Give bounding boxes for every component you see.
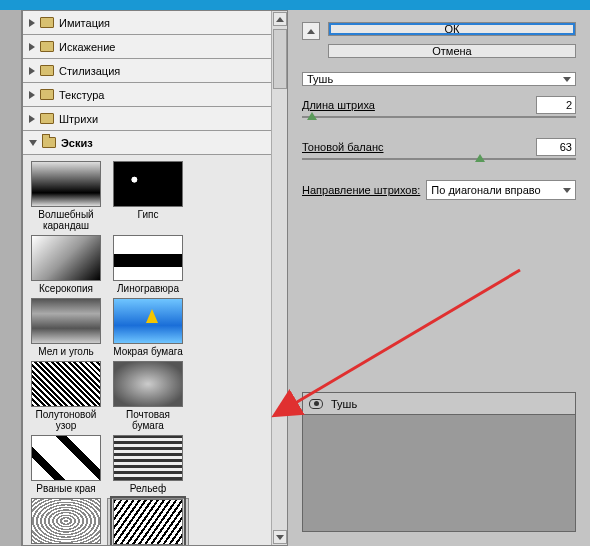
thumb-preview	[31, 298, 101, 344]
category-label: Искажение	[59, 41, 115, 53]
vertical-scrollbar[interactable]	[271, 11, 287, 545]
thumb-preview	[31, 361, 101, 407]
thumb-preview	[113, 298, 183, 344]
layer-name: Тушь	[331, 398, 357, 410]
ok-button[interactable]: ОК	[328, 22, 576, 36]
slider-thumb-icon[interactable]	[475, 154, 485, 162]
thumb-item[interactable]: Линогравюра	[107, 235, 189, 294]
thumb-item[interactable]: Волшебный карандаш	[25, 161, 107, 231]
thumb-item[interactable]: Рельеф	[107, 435, 189, 494]
category-stylize[interactable]: Стилизация	[23, 59, 271, 83]
stroke-length-label: Длина штриха	[302, 99, 375, 111]
chevron-down-icon	[563, 188, 571, 193]
category-label: Штрихи	[59, 113, 98, 125]
thumb-label: Волшебный карандаш	[27, 209, 105, 231]
thumb-item[interactable]: Ксерокопия	[25, 235, 107, 294]
chevron-right-icon	[29, 67, 35, 75]
chevron-right-icon	[29, 43, 35, 51]
category-imitation[interactable]: Имитация	[23, 11, 271, 35]
filter-select[interactable]: Тушь	[302, 72, 576, 86]
thumb-item[interactable]: Мокрая бумага	[107, 298, 189, 357]
chevron-down-icon	[29, 140, 37, 146]
category-distort[interactable]: Искажение	[23, 35, 271, 59]
category-strokes[interactable]: Штрихи	[23, 107, 271, 131]
thumb-preview	[113, 361, 183, 407]
thumbnails-area: Волшебный карандаш Гипс Ксерокопия Линог…	[23, 155, 271, 545]
collapse-toggle[interactable]	[302, 22, 320, 40]
scroll-up-icon[interactable]	[273, 12, 287, 26]
category-list: Имитация Искажение Стилизация	[23, 11, 271, 155]
scroll-thumb[interactable]	[273, 29, 287, 89]
category-label: Текстура	[59, 89, 104, 101]
chevron-right-icon	[29, 115, 35, 123]
tone-balance-input[interactable]: 63	[536, 138, 576, 156]
folder-icon	[40, 113, 54, 124]
direction-value: По диагонали вправо	[431, 184, 540, 196]
thumb-item-selected[interactable]: Тушь	[107, 498, 189, 545]
category-sketch[interactable]: Эскиз	[23, 131, 271, 155]
category-label: Имитация	[59, 17, 110, 29]
thumb-label: Гипс	[138, 209, 159, 220]
filter-select-value: Тушь	[307, 73, 333, 85]
thumb-item[interactable]: Гипс	[107, 161, 189, 231]
thumb-preview	[31, 161, 101, 207]
slider-thumb-icon[interactable]	[307, 112, 317, 120]
folder-icon	[40, 89, 54, 100]
thumb-preview	[113, 235, 183, 281]
chevron-down-icon	[563, 77, 571, 82]
folder-icon	[40, 65, 54, 76]
settings-panel: ОК Отмена Тушь Длина штриха 2	[288, 10, 590, 546]
category-texture[interactable]: Текстура	[23, 83, 271, 107]
thumb-label: Мел и уголь	[38, 346, 93, 357]
thumb-label: Рваные края	[36, 483, 95, 494]
thumb-item[interactable]: Полутоновой узор	[25, 361, 107, 431]
thumb-item[interactable]: Почтовая бумага	[107, 361, 189, 431]
left-gutter	[0, 10, 22, 546]
thumb-preview	[31, 498, 101, 544]
thumb-preview	[113, 435, 183, 481]
folder-icon	[40, 17, 54, 28]
tone-balance-label: Тоновой баланс	[302, 141, 384, 153]
thumb-label: Ксерокопия	[39, 283, 93, 294]
category-label: Эскиз	[61, 137, 93, 149]
layer-row[interactable]: Тушь	[303, 393, 575, 415]
thumb-label: Рельеф	[130, 483, 166, 494]
cancel-button[interactable]: Отмена	[328, 44, 576, 58]
thumb-label: Линогравюра	[117, 283, 179, 294]
thumb-preview	[31, 235, 101, 281]
folder-open-icon	[42, 137, 56, 148]
stroke-length-input[interactable]: 2	[536, 96, 576, 114]
thumb-label: Мокрая бумага	[113, 346, 183, 357]
thumb-preview	[113, 161, 183, 207]
thumb-item[interactable]: Рваные края	[25, 435, 107, 494]
chevron-right-icon	[29, 19, 35, 27]
stroke-length-slider[interactable]	[302, 114, 576, 128]
window-title-bar	[0, 0, 590, 10]
visibility-eye-icon[interactable]	[309, 399, 323, 409]
chevron-right-icon	[29, 91, 35, 99]
thumb-item[interactable]: Ретикуляция	[25, 498, 107, 545]
folder-icon	[40, 41, 54, 52]
thumb-preview	[113, 499, 183, 545]
effect-layers-panel: Тушь	[302, 392, 576, 532]
category-label: Стилизация	[59, 65, 120, 77]
direction-label: Направление штрихов:	[302, 184, 420, 196]
thumb-label: Полутоновой узор	[27, 409, 105, 431]
thumb-item[interactable]: Мел и уголь	[25, 298, 107, 357]
thumb-preview	[31, 435, 101, 481]
direction-select[interactable]: По диагонали вправо	[426, 180, 576, 200]
tone-balance-slider[interactable]	[302, 156, 576, 170]
thumb-label: Почтовая бумага	[109, 409, 187, 431]
scroll-down-icon[interactable]	[273, 530, 287, 544]
filter-gallery-panel: Имитация Искажение Стилизация	[22, 10, 288, 546]
